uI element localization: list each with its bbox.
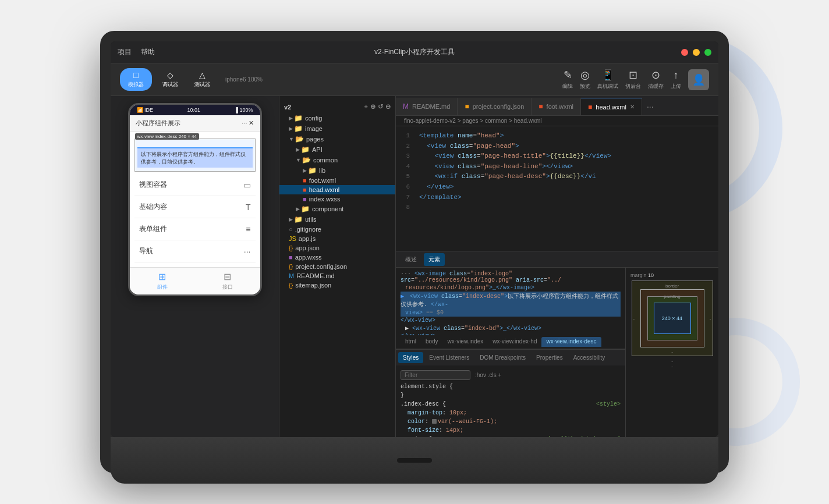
tree-file-index-wxss[interactable]: ■ index.wxss bbox=[279, 194, 395, 204]
style-tab-styles[interactable]: Styles bbox=[398, 352, 423, 363]
devtools-tab-overview[interactable]: 概述 bbox=[401, 253, 421, 266]
tester-button[interactable]: △ 测试器 bbox=[189, 68, 216, 91]
devtools-left: ··· <wx-image class="index-logo" src="..… bbox=[396, 268, 625, 437]
html-source[interactable]: ··· <wx-image class="index-logo" src="..… bbox=[396, 268, 625, 335]
tab-readme[interactable]: M README.md bbox=[396, 98, 458, 115]
tree-file-app-json[interactable]: {} app.json bbox=[279, 243, 395, 253]
elem-tab-html[interactable]: html bbox=[401, 337, 421, 347]
code-line-4: <view class="page-head-line"></view> bbox=[419, 162, 714, 172]
tree-file-head-wxml[interactable]: ■ head.wxml bbox=[279, 185, 395, 194]
tree-file-sitemap[interactable]: {} sitemap.json bbox=[279, 281, 395, 290]
titlebar-left: 项目 帮助 bbox=[118, 47, 155, 57]
tree-folder-lib[interactable]: ▶ 📁 lib bbox=[279, 165, 395, 176]
nav-interface[interactable]: ⊟ 接口 bbox=[195, 268, 260, 294]
new-file-icon[interactable]: + bbox=[364, 103, 368, 111]
tree-file-foot-wxml[interactable]: ■ foot.wxml bbox=[279, 176, 395, 185]
box-bottom-labels: - - bbox=[671, 359, 673, 369]
box-model-label: margin 10 bbox=[630, 272, 654, 278]
element-tabs: html body wx-view.index wx-view.index-hd… bbox=[396, 335, 625, 349]
menu-icon-basic: T bbox=[246, 203, 251, 212]
devtools-tabs: 概述 元素 bbox=[396, 251, 718, 268]
new-folder-icon[interactable]: ⊕ bbox=[370, 103, 375, 111]
close-button[interactable] bbox=[681, 49, 688, 56]
elem-tab-body[interactable]: body bbox=[421, 337, 443, 347]
phone-title-actions[interactable]: ··· ✕ bbox=[242, 119, 254, 127]
background-action[interactable]: ⊡ 切后台 bbox=[625, 69, 641, 90]
breadcrumb: fino-applet-demo-v2 > pages > common > h… bbox=[396, 116, 718, 126]
tree-folder-common[interactable]: ▼ 📂 common bbox=[279, 155, 395, 165]
menu-item-basic[interactable]: 基础内容 T bbox=[134, 196, 256, 218]
collapse-icon[interactable]: ⊖ bbox=[385, 103, 391, 111]
menu-item-nav[interactable]: 导航 ··· bbox=[134, 240, 256, 262]
clear-cache-action[interactable]: ⊙ 清缓存 bbox=[648, 69, 664, 90]
dom-line-5: </wx-view> bbox=[401, 317, 621, 324]
menu-item-project[interactable]: 项目 bbox=[118, 47, 132, 57]
real-device-label: 真机调试 bbox=[597, 83, 618, 90]
tree-folder-config[interactable]: ▶ 📁 config bbox=[279, 113, 395, 123]
dom-line-3[interactable]: ▶ <wx-view class="index-desc">以下将展示小程序官方… bbox=[401, 292, 621, 309]
edit-label: 编辑 bbox=[562, 83, 573, 90]
box-border-area: border padding 240 × 44 bbox=[640, 289, 704, 347]
debugger-button[interactable]: ◇ 调试器 bbox=[157, 68, 184, 91]
clock: 10:01 bbox=[187, 107, 201, 113]
devtools-right: margin 10 - - - - border bbox=[625, 268, 718, 437]
menu-item-view[interactable]: 视图容器 ▭ bbox=[134, 174, 256, 196]
elem-tab-wx-view-desc[interactable]: wx-view.index-desc bbox=[541, 337, 601, 347]
main-area: 📶 IDE 10:01 ▐ 100% 小程序组件展示 ··· ✕ bbox=[111, 96, 718, 437]
dom-line-6: ▶ <wx-view class="index-bd">_</wx-view> bbox=[401, 324, 621, 332]
devtools-content: ··· <wx-image class="index-logo" src="..… bbox=[396, 268, 718, 437]
tree-folder-image[interactable]: ▶ 📁 image bbox=[279, 123, 395, 134]
dom-line-4: view> == $0 bbox=[401, 309, 621, 317]
style-tab-accessibility[interactable]: Accessibility bbox=[569, 352, 610, 363]
style-tab-dom-breakpoints[interactable]: DOM Breakpoints bbox=[475, 352, 530, 363]
nav-component[interactable]: ⊞ 组件 bbox=[130, 268, 195, 294]
project-config-tab-icon: ■ bbox=[465, 102, 469, 111]
simulator-icon: □ bbox=[133, 70, 138, 80]
edit-action[interactable]: ✎ 编辑 bbox=[562, 69, 573, 90]
toolbar-left: □ 模拟器 ◇ 调试器 △ 测试器 iphone6 100% bbox=[120, 68, 263, 91]
tree-folder-pages[interactable]: ▼ 📂 pages bbox=[279, 134, 395, 144]
real-device-icon: 📱 bbox=[601, 69, 614, 81]
phone-bottom-nav: ⊞ 组件 ⊟ 接口 bbox=[130, 267, 260, 294]
interface-nav-icon: ⊟ bbox=[224, 271, 231, 282]
upload-action[interactable]: ↑ 上传 bbox=[671, 69, 681, 90]
tab-head-wxml[interactable]: ■ head.wxml ✕ bbox=[581, 98, 642, 115]
style-tab-properties[interactable]: Properties bbox=[532, 352, 568, 363]
avatar-button[interactable]: 👤 bbox=[688, 69, 709, 90]
menu-item-help[interactable]: 帮助 bbox=[141, 47, 155, 57]
minimize-button[interactable] bbox=[693, 49, 700, 56]
phone-frame-wrapper: 📶 IDE 10:01 ▐ 100% 小程序组件展示 ··· ✕ bbox=[111, 96, 279, 437]
simulator-button[interactable]: □ 模拟器 bbox=[120, 68, 152, 91]
tab-foot-wxml[interactable]: ■ foot.wxml bbox=[532, 98, 581, 115]
tree-file-project-config[interactable]: {} project.config.json bbox=[279, 262, 395, 271]
simulator-label: 模拟器 bbox=[128, 81, 144, 88]
elem-tab-wx-view-hd[interactable]: wx-view.index-hd bbox=[488, 337, 541, 347]
box-model: - - - - border padding bbox=[632, 281, 713, 356]
border-label: border bbox=[665, 283, 679, 289]
code-content[interactable]: <template name="head"> <view class="page… bbox=[414, 126, 718, 251]
tab-project-config[interactable]: ■ project.config.json bbox=[458, 98, 532, 115]
clear-cache-icon: ⊙ bbox=[651, 69, 660, 81]
tree-file-readme[interactable]: M README.md bbox=[279, 271, 395, 281]
code-editor[interactable]: 1 2 3 4 5 6 7 8 <template name="head"> <… bbox=[396, 126, 718, 251]
tree-folder-utils[interactable]: ▶ 📁 utils bbox=[279, 214, 395, 225]
tab-close-icon[interactable]: ✕ bbox=[630, 104, 635, 110]
real-device-action[interactable]: 📱 真机调试 bbox=[597, 69, 618, 90]
refresh-icon[interactable]: ↺ bbox=[378, 103, 383, 111]
tree-file-gitignore[interactable]: ○ .gitignore bbox=[279, 225, 395, 234]
tree-file-app-wxss[interactable]: ■ app.wxss bbox=[279, 253, 395, 262]
style-tab-events[interactable]: Event Listeners bbox=[424, 352, 474, 363]
maximize-button[interactable] bbox=[704, 49, 711, 56]
tree-folder-api[interactable]: ▶ 📁 API bbox=[279, 144, 395, 155]
styles-area[interactable]: :hov .cls + element.style { } .index-des… bbox=[396, 365, 625, 438]
tree-folder-component[interactable]: ▶ 📁 component bbox=[279, 204, 395, 214]
tab-more-icon[interactable]: ··· bbox=[642, 98, 658, 115]
menu-item-form[interactable]: 表单组件 ≡ bbox=[134, 218, 256, 240]
tree-file-app-js[interactable]: JS app.js bbox=[279, 234, 395, 243]
elem-tab-wx-view-index[interactable]: wx-view.index bbox=[443, 337, 488, 347]
dom-line-1: ··· <wx-image class="index-logo" src="..… bbox=[401, 270, 621, 284]
preview-action[interactable]: ◎ 预览 bbox=[580, 69, 590, 90]
devtools-tab-elements[interactable]: 元素 bbox=[424, 253, 445, 266]
menu-icon-nav: ··· bbox=[244, 247, 251, 256]
filter-input[interactable] bbox=[401, 370, 470, 380]
